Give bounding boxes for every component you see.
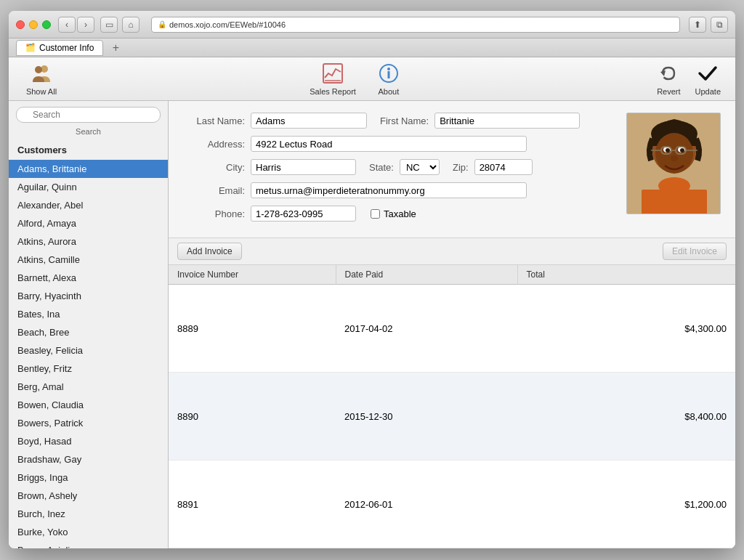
svg-rect-5: [387, 71, 389, 78]
state-label: State:: [369, 162, 394, 173]
sidebar-item[interactable]: Beasley, Felicia: [9, 341, 168, 360]
tab-icon: 🗂️: [25, 43, 36, 52]
sidebar-item[interactable]: Atkins, Camille: [9, 251, 168, 269]
forward-button[interactable]: ›: [77, 17, 94, 33]
phone-label: Phone:: [183, 208, 245, 219]
update-label: Update: [695, 87, 721, 96]
city-input[interactable]: [251, 159, 356, 175]
sidebar-item[interactable]: Beach, Bree: [9, 323, 168, 341]
invoice-date: 2012-06-01: [336, 460, 517, 548]
name-row: Last Name: First Name:: [183, 113, 615, 129]
back-button[interactable]: ‹: [58, 17, 76, 33]
email-label: Email:: [183, 185, 245, 196]
tab-label: Customer Info: [39, 43, 94, 53]
revert-button[interactable]: Revert: [657, 62, 680, 96]
address-input[interactable]: [251, 136, 527, 152]
invoice-row[interactable]: 8890 2015-12-30 $8,400.00: [169, 373, 735, 460]
first-name-input[interactable]: [434, 113, 580, 129]
customer-list: Adams, Brittanie Aguilar, Quinn Alexande…: [9, 160, 168, 548]
update-button[interactable]: Update: [695, 62, 721, 96]
add-invoice-button[interactable]: Add Invoice: [177, 243, 242, 260]
titlebar-right-icons: ⬆ ⧉: [689, 17, 728, 33]
customer-photo: [626, 113, 721, 214]
last-name-label: Last Name:: [183, 115, 245, 126]
sidebar-item[interactable]: Bates, Ina: [9, 305, 168, 323]
url-text: demos.xojo.com/EEWeb/#10046: [169, 20, 286, 29]
sidebar-search-area: 🔍: [9, 101, 168, 126]
email-row: Email:: [183, 182, 615, 198]
show-all-button[interactable]: Show All: [23, 62, 60, 96]
svg-point-15: [680, 148, 684, 153]
show-all-label: Show All: [26, 87, 57, 96]
svg-point-11: [655, 133, 693, 174]
sidebar-item[interactable]: Brown, Ashely: [9, 487, 168, 505]
detail-pane: Last Name: First Name: Address: City:: [169, 101, 735, 548]
revert-label: Revert: [657, 87, 680, 96]
email-input[interactable]: [251, 182, 527, 198]
titlebar-icons: ▭ ⌂: [100, 17, 140, 33]
home-icon[interactable]: ⌂: [122, 17, 140, 33]
sidebar-item[interactable]: Bowen, Claudia: [9, 396, 168, 414]
sidebar-item[interactable]: Bentley, Fritz: [9, 360, 168, 378]
sidebar-item[interactable]: Burns, Anjolie: [9, 541, 168, 548]
city-label: City:: [183, 162, 245, 173]
sales-report-button[interactable]: Sales Report: [310, 62, 356, 96]
customer-info-tab[interactable]: 🗂️ Customer Info: [16, 40, 103, 56]
titlebar: ‹ › ▭ ⌂ 🔒 demos.xojo.com/EEWeb/#10046 ⬆ …: [9, 11, 735, 38]
invoice-row[interactable]: 8891 2012-06-01 $1,200.00: [169, 460, 735, 548]
sidebar-item[interactable]: Burch, Inez: [9, 505, 168, 523]
last-name-input[interactable]: [251, 113, 367, 129]
sidebar-item[interactable]: Berg, Amal: [9, 378, 168, 396]
invoice-row[interactable]: 8889 2017-04-02 $4,300.00: [169, 285, 735, 373]
sidebar-item[interactable]: Alford, Amaya: [9, 214, 168, 232]
invoice-date: 2017-04-02: [336, 285, 517, 373]
toolbar: Show All Sales Report About: [9, 57, 735, 101]
first-name-label: First Name:: [380, 115, 429, 126]
new-tab-button[interactable]: +: [109, 41, 122, 54]
sidebar-item[interactable]: Barnett, Alexa: [9, 269, 168, 287]
sidebar-item[interactable]: Alexander, Abel: [9, 196, 168, 214]
svg-point-1: [35, 66, 42, 73]
sidebar-item[interactable]: Aguilar, Quinn: [9, 178, 168, 196]
search-label: Search: [9, 126, 168, 140]
close-button[interactable]: [16, 20, 25, 29]
edit-invoice-button[interactable]: Edit Invoice: [663, 243, 727, 260]
minimize-button[interactable]: [29, 20, 38, 29]
lock-icon: 🔒: [158, 20, 166, 28]
zip-input[interactable]: [474, 159, 533, 175]
duplicate-icon[interactable]: ⧉: [711, 17, 728, 33]
svg-point-23: [658, 177, 690, 195]
sidebar-item[interactable]: Boyd, Hasad: [9, 432, 168, 450]
state-select[interactable]: NC CA NY TX: [400, 159, 440, 175]
search-input[interactable]: [16, 107, 161, 123]
share-icon[interactable]: ⬆: [689, 17, 706, 33]
phone-input[interactable]: [251, 206, 356, 222]
sidebar-item[interactable]: Burke, Yoko: [9, 523, 168, 541]
invoice-total: $1,200.00: [517, 460, 735, 548]
maximize-button[interactable]: [42, 20, 51, 29]
sales-report-label: Sales Report: [310, 87, 356, 96]
col-header-number: Invoice Number: [169, 265, 336, 285]
sidebar-item[interactable]: Briggs, Inga: [9, 468, 168, 487]
about-label: About: [378, 87, 399, 96]
taxable-checkbox[interactable]: [371, 209, 380, 219]
invoice-table-header: Invoice Number Date Paid Total: [169, 265, 735, 285]
sidebar-item[interactable]: Adams, Brittanie: [9, 160, 168, 178]
sidebar-item[interactable]: Atkins, Aurora: [9, 232, 168, 251]
nav-buttons: ‹ ›: [58, 17, 94, 33]
sidebar: 🔍 Search Customers Adams, Brittanie Agui…: [9, 101, 169, 548]
address-label: Address:: [183, 139, 245, 150]
invoice-table: Invoice Number Date Paid Total 8889 2017…: [169, 265, 735, 548]
taxable-label[interactable]: Taxable: [384, 208, 416, 219]
url-bar[interactable]: 🔒 demos.xojo.com/EEWeb/#10046: [151, 17, 680, 33]
sidebar-item[interactable]: Barry, Hyacinth: [9, 287, 168, 305]
main-content: 🔍 Search Customers Adams, Brittanie Agui…: [9, 101, 735, 548]
sidebar-toggle-icon[interactable]: ▭: [100, 17, 118, 33]
customers-section-title: Customers: [9, 140, 168, 160]
sidebar-item[interactable]: Bowers, Patrick: [9, 414, 168, 432]
taxable-check: Taxable: [371, 208, 416, 219]
col-header-date: Date Paid: [336, 265, 517, 285]
sidebar-item[interactable]: Bradshaw, Gay: [9, 450, 168, 468]
about-button[interactable]: About: [371, 62, 407, 96]
invoice-area: Add Invoice Edit Invoice Invoice Number …: [169, 238, 735, 548]
